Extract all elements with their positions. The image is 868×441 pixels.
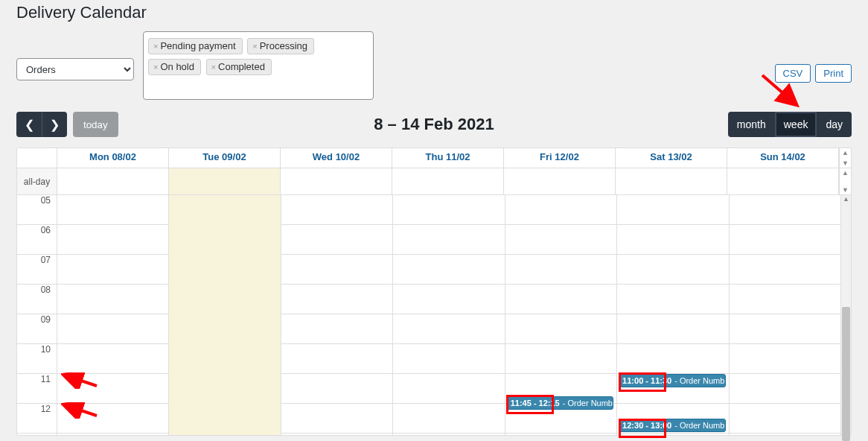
page-title: Delivery Calendar — [0, 0, 868, 22]
annotation-box — [506, 395, 554, 414]
day-header[interactable]: Sun 14/02 — [727, 148, 839, 168]
status-tag[interactable]: ×Pending payment — [148, 38, 243, 54]
chevron-right-icon: ❯ — [50, 118, 60, 131]
today-button[interactable]: today — [73, 112, 118, 137]
delivery-calendar-page: Delivery Calendar Orders ×Pending paymen… — [0, 0, 868, 441]
header-scroll-hint: ▲▼ — [839, 148, 851, 168]
grid-columns: 11:45 - 12:15- Order Number: 11:00 - 11:… — [57, 195, 840, 435]
export-buttons: CSV Print — [775, 64, 852, 83]
hour-label: 05 — [17, 195, 57, 225]
event-title: - Order Number: — [563, 399, 613, 407]
calendar-controls: ❮ ❯ today 8 – 14 Feb 2021 month week day — [0, 100, 868, 137]
status-tag[interactable]: ×Processing — [247, 38, 314, 54]
day-column[interactable] — [281, 195, 393, 435]
annotation-box — [619, 372, 666, 392]
view-switch: month week day — [728, 112, 852, 137]
hour-label: 07 — [17, 255, 57, 285]
hour-label — [17, 434, 57, 435]
allday-cell[interactable] — [57, 168, 169, 194]
print-button[interactable]: Print — [815, 64, 852, 83]
type-select[interactable]: Orders — [16, 58, 134, 80]
time-grid[interactable]: 0506070809101112 11:45 - 12:15- Order Nu… — [17, 195, 840, 435]
scroll-up-icon: ▲ — [841, 195, 851, 203]
day-header[interactable]: Sat 13/02 — [616, 148, 727, 168]
day-column[interactable] — [57, 195, 169, 435]
csv-button[interactable]: CSV — [775, 64, 811, 83]
allday-cell[interactable] — [727, 168, 839, 194]
allday-cell[interactable] — [392, 168, 504, 194]
remove-icon[interactable]: × — [211, 63, 216, 72]
grid-body: 11:45 - 12:15- Order Number: 11:00 - 11:… — [57, 195, 840, 435]
day-column[interactable]: 11:00 - 11:30- Order Number:12:30 - 13:0… — [617, 195, 729, 435]
status-tag[interactable]: ×Completed — [206, 59, 272, 75]
vertical-scrollbar[interactable]: ▲ — [840, 195, 851, 435]
view-day-button[interactable]: day — [817, 112, 852, 137]
allday-label: all-day — [17, 168, 57, 194]
day-header[interactable]: Mon 08/02 — [57, 148, 169, 168]
day-header[interactable]: Thu 11/02 — [392, 148, 504, 168]
hour-label: 08 — [17, 285, 57, 314]
remove-icon[interactable]: × — [153, 63, 158, 72]
hours-axis: 0506070809101112 — [17, 195, 57, 435]
day-column[interactable] — [730, 195, 840, 435]
nav-group: ❮ ❯ — [16, 112, 67, 137]
event-title: - Order Number: — [674, 376, 725, 385]
allday-row: all-day ▲▼ — [17, 168, 851, 195]
allday-cell[interactable] — [616, 168, 727, 194]
toolbar: Orders ×Pending payment ×Processing ×On … — [0, 22, 868, 100]
prev-button[interactable]: ❮ — [16, 112, 42, 137]
calendar-header: Mon 08/02 Tue 09/02 Wed 10/02 Thu 11/02 … — [17, 148, 851, 168]
hour-label: 09 — [17, 314, 57, 344]
hour-label: 11 — [17, 374, 57, 404]
hour-label: 10 — [17, 344, 57, 374]
status-filter-box[interactable]: ×Pending payment ×Processing ×On hold ×C… — [143, 31, 374, 100]
type-select-wrap: Orders — [16, 58, 134, 80]
event-title: - Order Number: — [674, 421, 725, 430]
view-month-button[interactable]: month — [728, 112, 775, 137]
view-week-button[interactable]: week — [775, 112, 817, 137]
day-header[interactable]: Wed 10/02 — [281, 148, 392, 168]
hour-label: 06 — [17, 225, 57, 255]
next-button[interactable]: ❯ — [42, 112, 67, 137]
calendar-grid: 0506070809101112 11:45 - 12:15- Order Nu… — [17, 195, 851, 435]
allday-cell[interactable] — [169, 168, 281, 194]
allday-scroll-hint: ▲▼ — [839, 168, 851, 194]
calendar: Mon 08/02 Tue 09/02 Wed 10/02 Thu 11/02 … — [16, 147, 852, 436]
hour-label: 12 — [17, 404, 57, 434]
allday-cell[interactable] — [504, 168, 616, 194]
chevron-left-icon: ❮ — [25, 118, 34, 131]
allday-cell[interactable] — [281, 168, 392, 194]
day-column[interactable] — [169, 195, 281, 435]
status-tag[interactable]: ×On hold — [148, 59, 201, 75]
day-header[interactable]: Fri 12/02 — [504, 148, 616, 168]
annotation-box — [619, 419, 666, 438]
remove-icon[interactable]: × — [252, 42, 257, 51]
scrollbar-thumb[interactable] — [842, 307, 850, 441]
remove-icon[interactable]: × — [153, 42, 158, 51]
axis-header — [17, 148, 57, 168]
day-header[interactable]: Tue 09/02 — [169, 148, 281, 168]
day-column[interactable] — [393, 195, 505, 435]
